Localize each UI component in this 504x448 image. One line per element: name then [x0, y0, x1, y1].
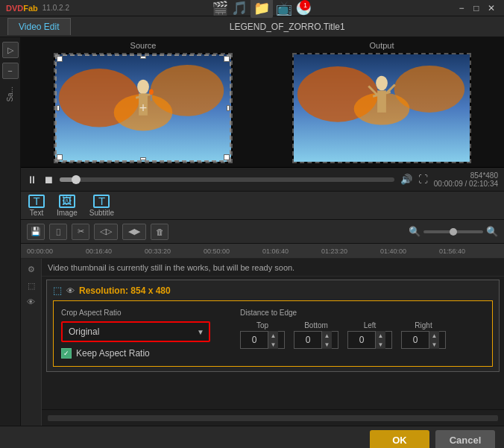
time-info: 00:00:09 / 02:10:34 [434, 180, 498, 188]
aspect-dropdown[interactable]: Original 4:3 16:9 1:1 Custom [61, 321, 210, 342]
distance-group: Distance to Edge Top ▲ [240, 309, 485, 359]
right-spin-down[interactable]: ▼ [429, 340, 439, 349]
left-spin-down[interactable]: ▼ [375, 340, 385, 349]
crop-icon[interactable]: ⬚ [24, 278, 39, 293]
top-spin-down[interactable]: ▼ [268, 340, 278, 349]
horizontal-scrollbar[interactable] [48, 415, 498, 421]
left-field: Left ▲ ▼ [347, 321, 392, 349]
bottom-label: Bottom [304, 321, 328, 329]
nav-icons: 🎬 🎵 📁 📺 💿 1 [212, 0, 312, 18]
zoom-out-icon[interactable]: 🔍 [409, 226, 420, 237]
keep-ratio-row: ✓ Keep Aspect Ratio [61, 348, 225, 359]
video-edit-tab[interactable]: Video Edit [7, 18, 71, 35]
maximize-button[interactable]: □ [470, 1, 483, 15]
info-message: Video thumbnail is currently still in th… [48, 263, 294, 272]
keep-ratio-label: Keep Aspect Ratio [76, 348, 150, 359]
gear-icon[interactable]: ⚙ [24, 262, 39, 277]
header: Video Edit LEGEND_OF_ZORRO.Title1 [0, 16, 504, 37]
subtitle-tool-label: Subtitle [89, 209, 114, 217]
stop-button[interactable]: ⏹ [43, 174, 54, 186]
bottom-spin-down[interactable]: ▼ [321, 340, 332, 349]
bottom-input[interactable] [294, 335, 321, 345]
right-field: Right ▲ ▼ [401, 321, 446, 349]
minimize-button[interactable]: − [455, 1, 468, 15]
left-input[interactable] [348, 335, 375, 345]
resolution-row: ⬚ 👁 Resolution: 854 x 480 [53, 285, 493, 296]
aspect-dropdown-wrapper: Original 4:3 16:9 1:1 Custom ▼ [61, 321, 210, 342]
distance-label: Distance to Edge [240, 309, 485, 317]
volume-icon[interactable]: 🔊 [400, 174, 412, 185]
timeline-ruler: 00:00:00 00:16:40 00:33:20 00:50:00 01:0… [21, 244, 504, 259]
progress-thumb[interactable] [72, 175, 81, 184]
zoom-in-icon[interactable]: 🔍 [486, 226, 498, 237]
info-bar: Video thumbnail is currently still in th… [42, 259, 504, 277]
resolution-value: 854*480 [434, 171, 498, 180]
tl-trim-btn[interactable]: ⌷ [49, 224, 67, 240]
timeline-left: ⚙ ⬚ 👁 [21, 259, 42, 426]
fullscreen-icon[interactable]: ⛶ [418, 174, 428, 185]
bottom-scroll-bar [42, 409, 504, 426]
output-video-svg [294, 53, 470, 163]
window-controls: − □ ✕ [455, 1, 498, 15]
source-panel: Source [27, 41, 259, 163]
ruler-mark-0: 00:00:00 [27, 247, 86, 255]
image-tool-icon: 🖼 [59, 195, 75, 208]
aspect-ratio-group: Crop Aspect Ratio Original 4:3 16:9 1:1 … [61, 309, 225, 359]
tl-prev-btn[interactable]: ◁▷ [94, 224, 118, 240]
tl-save-btn[interactable]: 💾 [27, 224, 45, 240]
resolution-display: Resolution: 854 x 480 [79, 285, 171, 296]
crop-fields-row: Crop Aspect Ratio Original 4:3 16:9 1:1 … [61, 309, 485, 359]
crop-icon-small: ⬚ [53, 285, 62, 296]
tl-split-btn[interactable]: ✂ [72, 224, 89, 240]
tl-next-btn[interactable]: ◀▶ [122, 224, 146, 240]
progress-bar[interactable] [60, 177, 394, 182]
subtitle-tool[interactable]: T Subtitle [89, 195, 114, 217]
preview-area: Source [21, 37, 504, 168]
top-input[interactable] [241, 335, 268, 345]
cancel-button[interactable]: Cancel [435, 430, 495, 449]
sidebar-btn-arrow[interactable]: ▷ [2, 42, 19, 58]
top-field: Top ▲ ▼ [240, 321, 285, 349]
close-button[interactable]: ✕ [485, 1, 498, 15]
left-spin-up[interactable]: ▲ [375, 331, 385, 340]
tools-bar: T Text 🖼 Image T Subtitle [21, 192, 504, 220]
crop-panel: ⬚ 👁 Resolution: 854 x 480 Crop Aspect Ra… [46, 280, 500, 372]
timeline-area: ⚙ ⬚ 👁 Video thumbnail is currently still… [21, 259, 504, 426]
zoom-slider[interactable] [423, 230, 483, 233]
bottom-spin-up[interactable]: ▲ [321, 331, 332, 340]
aspect-ratio-label: Crop Aspect Ratio [61, 309, 225, 317]
app-version: 11.0.2.2 [42, 4, 69, 12]
right-label: Right [415, 321, 432, 329]
right-input[interactable] [402, 335, 429, 345]
distance-row: Top ▲ ▼ [240, 321, 485, 349]
keep-ratio-checkbox[interactable]: ✓ [61, 348, 72, 359]
top-spin-up[interactable]: ▲ [268, 331, 278, 340]
text-tool[interactable]: T Text [28, 195, 45, 217]
ok-button[interactable]: OK [370, 430, 429, 449]
tl-delete-btn[interactable]: 🗑 [151, 224, 168, 240]
bottom-field: Bottom ▲ ▼ [294, 321, 338, 349]
left-input-wrap: ▲ ▼ [347, 331, 392, 349]
content-area: Source [21, 37, 504, 426]
right-spinners: ▲ ▼ [429, 331, 439, 349]
svg-point-13 [376, 76, 388, 91]
file-title: LEGEND_OF_ZORRO.Title1 [71, 22, 505, 32]
playback-bar: ⏸ ⏹ 🔊 ⛶ 854*480 00:00:09 / 02:10:34 [21, 168, 504, 192]
right-spin-up[interactable]: ▲ [429, 331, 439, 340]
image-tool-label: Image [57, 209, 78, 217]
eye-small-icon: 👁 [66, 286, 75, 295]
crop-content-box: Crop Aspect Ratio Original 4:3 16:9 1:1 … [53, 300, 493, 367]
sidebar-btn-minus[interactable]: − [2, 63, 19, 79]
center-plus-icon: + [139, 101, 148, 116]
sidebar-label: Sa... [6, 83, 14, 105]
title-bar-left: DVDFab 11.0.2.2 [6, 4, 69, 13]
left-label: Left [364, 321, 377, 329]
image-tool[interactable]: 🖼 Image [57, 195, 78, 217]
crop-section-wrapper: ⬚ 👁 Resolution: 854 x 480 Crop Aspect Ra… [42, 277, 504, 409]
left-spinners: ▲ ▼ [375, 331, 385, 349]
output-placeholder [294, 54, 470, 162]
pause-button[interactable]: ⏸ [27, 174, 37, 186]
resolution-info: 854*480 00:00:09 / 02:10:34 [434, 171, 498, 188]
right-input-wrap: ▲ ▼ [401, 331, 446, 349]
eye-icon[interactable]: 👁 [24, 294, 39, 309]
